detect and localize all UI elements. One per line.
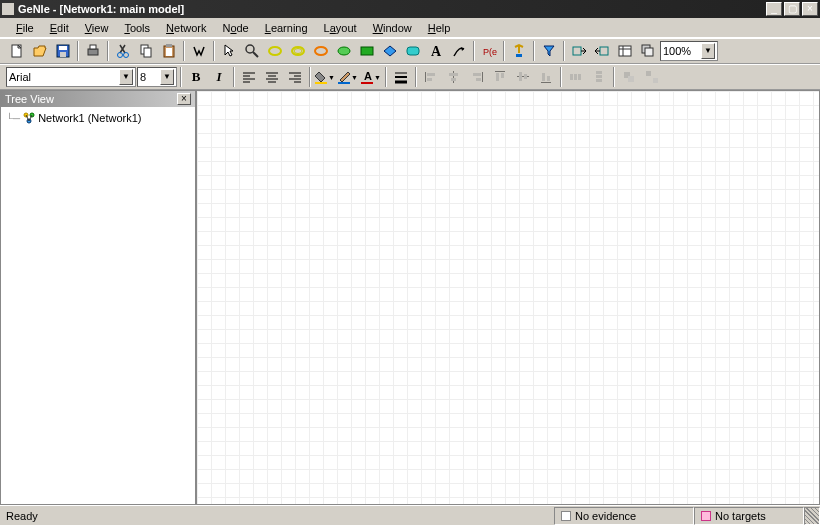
cut-button[interactable] (112, 40, 134, 62)
group-button[interactable] (618, 66, 640, 88)
svg-text:A: A (431, 44, 442, 59)
tree-view-titlebar: Tree View × (1, 91, 195, 107)
bold-button[interactable]: B (185, 66, 207, 88)
resize-grip[interactable] (804, 507, 820, 525)
menu-help[interactable]: Help (420, 20, 459, 36)
menu-network[interactable]: Network (158, 20, 214, 36)
deterministic-node-tool[interactable] (287, 40, 309, 62)
new-button[interactable] (6, 40, 28, 62)
tree-view-body[interactable]: └─ Network1 (Network1) (1, 107, 195, 504)
svg-rect-3 (60, 52, 66, 57)
align-left-button[interactable] (238, 66, 260, 88)
zoom-dropdown-arrow[interactable]: ▼ (701, 43, 715, 59)
equation-node-tool[interactable] (333, 40, 355, 62)
svg-point-15 (269, 47, 281, 55)
titlebar: GeNIe - [Network1: main model] _ ▢ × (0, 0, 820, 18)
svg-rect-78 (653, 78, 658, 83)
fill-color-button[interactable]: ▼ (314, 66, 336, 88)
tree-connector-icon: └─ (6, 113, 20, 124)
tree-view-title: Tree View (5, 93, 54, 105)
submodel-tool[interactable] (402, 40, 424, 62)
zoom-combo[interactable]: 100% ▼ (660, 41, 718, 61)
select-tool[interactable] (218, 40, 240, 62)
fontsize-combo[interactable]: 8 ▼ (137, 67, 177, 87)
canvas[interactable] (196, 90, 820, 505)
svg-rect-55 (449, 73, 458, 76)
italic-button[interactable]: I (208, 66, 230, 88)
svg-rect-4 (88, 49, 98, 55)
close-button[interactable]: × (802, 2, 818, 16)
toolbar-format: Arial ▼ 8 ▼ B I ▼ ▼ A▼ (0, 64, 820, 90)
align-center-h-button[interactable] (443, 66, 465, 88)
svg-rect-31 (645, 48, 653, 56)
noisy-node-tool[interactable] (310, 40, 332, 62)
spreadsheet-button[interactable] (614, 40, 636, 62)
cascade-button[interactable] (637, 40, 659, 62)
tree-root-label: Network1 (Network1) (38, 112, 141, 124)
zoom-tool[interactable] (241, 40, 263, 62)
tree-root-node[interactable]: └─ Network1 (Network1) (5, 111, 191, 125)
svg-rect-12 (166, 48, 172, 56)
svg-rect-45 (338, 82, 350, 84)
distribute-v-button[interactable] (588, 66, 610, 88)
svg-rect-56 (451, 78, 456, 81)
align-left-obj-button[interactable] (420, 66, 442, 88)
minimize-button[interactable]: _ (766, 2, 782, 16)
menu-file[interactable]: File (8, 20, 42, 36)
align-center-v-button[interactable] (512, 66, 534, 88)
update-button[interactable] (508, 40, 530, 62)
menu-view[interactable]: View (77, 20, 117, 36)
main-area: Tree View × └─ Network1 (Network1) (0, 90, 820, 505)
menu-node[interactable]: Node (214, 20, 256, 36)
svg-rect-51 (425, 72, 426, 82)
align-top-button[interactable] (489, 66, 511, 88)
menu-edit[interactable]: Edit (42, 20, 77, 36)
line-width-button[interactable] (390, 66, 412, 88)
save-button[interactable] (52, 40, 74, 62)
value-node-tool[interactable] (379, 40, 401, 62)
distribute-h-button[interactable] (565, 66, 587, 88)
arc-tool[interactable] (448, 40, 470, 62)
svg-rect-25 (573, 47, 581, 55)
chance-node-tool[interactable] (264, 40, 286, 62)
filter-button[interactable] (538, 40, 560, 62)
status-targets-text: No targets (715, 510, 766, 522)
menu-window[interactable]: Window (365, 20, 420, 36)
decision-node-tool[interactable] (356, 40, 378, 62)
svg-rect-61 (496, 73, 499, 81)
align-right-button[interactable] (284, 66, 306, 88)
text-tool[interactable]: A (425, 40, 447, 62)
copy-button[interactable] (135, 40, 157, 62)
svg-point-19 (338, 47, 350, 55)
svg-rect-74 (596, 79, 602, 82)
print-button[interactable] (82, 40, 104, 62)
text-color-button[interactable]: A▼ (360, 66, 382, 88)
align-center-button[interactable] (261, 66, 283, 88)
status-evidence-text: No evidence (575, 510, 636, 522)
svg-rect-64 (519, 72, 522, 81)
menu-tools[interactable]: Tools (116, 20, 158, 36)
menu-learning[interactable]: Learning (257, 20, 316, 36)
maximize-button[interactable]: ▢ (784, 2, 800, 16)
exit-submodel-button[interactable] (591, 40, 613, 62)
ungroup-button[interactable] (641, 66, 663, 88)
fontsize-dropdown-arrow[interactable]: ▼ (160, 69, 174, 85)
find-button[interactable] (188, 40, 210, 62)
font-combo[interactable]: Arial ▼ (6, 67, 136, 87)
svg-text:P(e): P(e) (483, 47, 497, 57)
menu-layout[interactable]: Layout (316, 20, 365, 36)
align-bottom-button[interactable] (535, 66, 557, 88)
paste-button[interactable] (158, 40, 180, 62)
clear-evidence-button[interactable]: P(e) (478, 40, 500, 62)
svg-rect-24 (516, 54, 522, 57)
tree-view-close-button[interactable]: × (177, 93, 191, 105)
open-button[interactable] (29, 40, 51, 62)
svg-line-14 (253, 52, 258, 57)
font-value: Arial (9, 71, 31, 83)
align-right-obj-button[interactable] (466, 66, 488, 88)
font-dropdown-arrow[interactable]: ▼ (119, 69, 133, 85)
line-color-button[interactable]: ▼ (337, 66, 359, 88)
targets-icon (701, 511, 711, 521)
svg-rect-60 (495, 71, 505, 72)
enter-submodel-button[interactable] (568, 40, 590, 62)
